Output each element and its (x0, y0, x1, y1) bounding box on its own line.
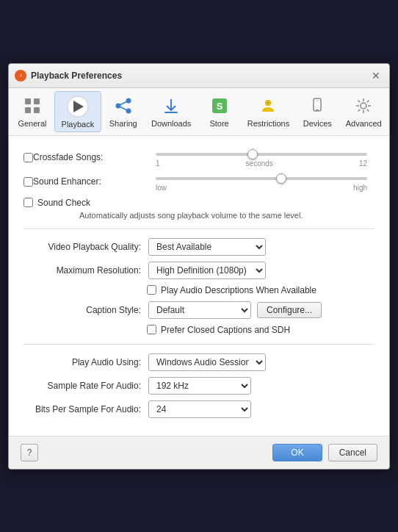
caption-style-row: Caption Style: Default Large Text Classi… (23, 301, 375, 319)
crossfade-min-label: 1 (156, 159, 160, 168)
svg-rect-0 (25, 98, 31, 104)
restrictions-label: Restrictions (247, 119, 289, 128)
sound-enhancer-label: Sound Enhancer: (33, 176, 101, 187)
toolbar: General Playback Sharing (9, 88, 389, 136)
crossfade-slider-container: 1 seconds 12 (156, 148, 367, 168)
caption-style-select[interactable]: Default Large Text Classic (148, 301, 251, 319)
closed-captions-indent: Prefer Closed Captions and SDH (23, 325, 375, 335)
closed-captions-label: Prefer Closed Captions and SDH (161, 325, 290, 335)
bits-per-sample-label: Bits Per Sample For Audio: (23, 404, 141, 414)
play-audio-control: Windows Audio Session DirectSound (148, 353, 375, 371)
sound-enhancer-slider-container: low high (156, 172, 367, 192)
svg-line-8 (120, 107, 126, 109)
tab-devices[interactable]: Devices (295, 91, 339, 132)
svg-rect-1 (34, 98, 40, 104)
general-icon (21, 94, 44, 118)
sound-check-hint: Automatically adjusts song playback volu… (23, 211, 375, 220)
closed-captions-checkbox[interactable] (147, 325, 156, 334)
play-audio-select[interactable]: Windows Audio Session DirectSound (148, 353, 266, 371)
sound-enhancer-slider[interactable] (156, 177, 367, 180)
audio-desc-checkbox[interactable] (147, 285, 156, 295)
sound-enhancer-high-label: high (353, 184, 367, 192)
crossfade-slider[interactable] (156, 153, 367, 156)
title-bar: ♪ Playback Preferences ✕ (9, 64, 389, 88)
devices-label: Devices (303, 119, 332, 128)
tab-downloads[interactable]: Downloads (145, 91, 198, 132)
video-quality-control: Best Available High Definition (1080p) H… (148, 238, 375, 256)
bits-per-sample-row: Bits Per Sample For Audio: 24 16 32 (23, 400, 375, 418)
sharing-label: Sharing (109, 119, 137, 128)
playback-icon (66, 95, 90, 118)
svg-line-7 (120, 101, 126, 104)
tab-advanced[interactable]: Advanced (339, 91, 388, 132)
playback-label: Playback (62, 120, 95, 129)
svg-point-5 (126, 98, 131, 103)
crossfade-checkbox[interactable] (23, 153, 33, 162)
sample-rate-select[interactable]: 192 kHz 96 kHz 48 kHz 44.1 kHz (148, 377, 251, 395)
downloads-label: Downloads (151, 119, 191, 128)
sharing-icon (112, 94, 135, 118)
tab-playback[interactable]: Playback (54, 91, 101, 132)
crossfade-max-label: 12 (359, 159, 367, 168)
sound-check-section: Sound Check Automatically adjusts song p… (23, 198, 375, 220)
tab-store[interactable]: S Store (198, 91, 242, 132)
playback-preferences-dialog: ♪ Playback Preferences ✕ General Pl (8, 63, 390, 470)
help-button[interactable]: ? (21, 444, 38, 461)
bits-per-sample-control: 24 16 32 (148, 400, 375, 418)
crossfade-unit-label: seconds (246, 159, 273, 168)
play-audio-row: Play Audio Using: Windows Audio Session … (23, 353, 375, 371)
crossfade-section: Crossfade Songs: 1 seconds 12 Sound Enha… (23, 148, 375, 192)
svg-rect-16 (316, 109, 319, 111)
sound-check-row: Sound Check (23, 198, 375, 208)
sample-rate-control: 192 kHz 96 kHz 48 kHz 44.1 kHz (148, 377, 375, 395)
cancel-button[interactable]: Cancel (328, 444, 377, 461)
sample-rate-label: Sample Rate For Audio: (23, 381, 141, 391)
advanced-icon (352, 94, 375, 118)
audio-desc-indent: Play Audio Descriptions When Available (23, 285, 375, 295)
max-resolution-select[interactable]: High Definition (1080p) High Definition … (148, 262, 266, 279)
sound-enhancer-slider-labels: low high (156, 184, 367, 192)
sound-check-checkbox[interactable] (23, 198, 33, 207)
footer-buttons: OK Cancel (272, 444, 377, 461)
bits-per-sample-select[interactable]: 24 16 32 (148, 400, 251, 418)
restrictions-icon (256, 94, 280, 118)
tab-sharing[interactable]: Sharing (101, 91, 145, 132)
store-icon: S (208, 94, 231, 118)
svg-rect-3 (34, 107, 40, 113)
tab-restrictions[interactable]: Restrictions (242, 91, 296, 132)
divider-2 (23, 344, 375, 345)
max-resolution-row: Maximum Resolution: High Definition (108… (23, 262, 375, 279)
video-quality-label: Video Playback Quality: (23, 242, 141, 252)
ok-button[interactable]: OK (272, 444, 322, 461)
crossfade-label: Crossfade Songs: (33, 152, 103, 162)
svg-text:S: S (216, 101, 222, 112)
sound-enhancer-checkbox[interactable] (23, 177, 33, 187)
general-label: General (18, 119, 46, 128)
svg-rect-9 (164, 112, 178, 113)
app-icon: ♪ (15, 70, 26, 82)
svg-point-4 (115, 103, 120, 108)
content-area: Crossfade Songs: 1 seconds 12 Sound Enha… (9, 136, 389, 436)
audio-desc-row: Play Audio Descriptions When Available (147, 285, 375, 295)
close-button[interactable]: ✕ (369, 68, 383, 83)
play-audio-label: Play Audio Using: (23, 357, 141, 367)
svg-point-6 (126, 108, 131, 113)
max-resolution-control: High Definition (1080p) High Definition … (148, 262, 375, 279)
sample-rate-row: Sample Rate For Audio: 192 kHz 96 kHz 48… (23, 377, 375, 395)
audio-desc-label: Play Audio Descriptions When Available (161, 285, 316, 295)
svg-rect-2 (25, 107, 31, 113)
caption-style-control: Default Large Text Classic Configure... (148, 301, 375, 319)
tab-general[interactable]: General (10, 91, 54, 132)
downloads-icon (159, 94, 183, 118)
video-quality-select[interactable]: Best Available High Definition (1080p) H… (148, 238, 266, 256)
sound-enhancer-low-label: low (156, 184, 167, 192)
closed-captions-row: Prefer Closed Captions and SDH (147, 325, 375, 335)
advanced-label: Advanced (346, 119, 382, 128)
crossfade-row: Crossfade Songs: 1 seconds 12 (23, 148, 375, 168)
configure-button[interactable]: Configure... (257, 302, 322, 318)
svg-point-18 (361, 103, 366, 109)
store-label: Store (209, 119, 228, 128)
max-resolution-label: Maximum Resolution: (23, 265, 141, 276)
crossfade-slider-labels: 1 seconds 12 (156, 159, 367, 168)
footer: ? OK Cancel (9, 436, 389, 469)
